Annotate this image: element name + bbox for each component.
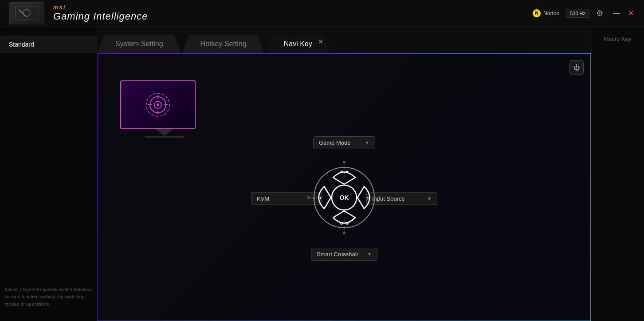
svg-point-17 (307, 196, 310, 199)
power-button[interactable]: ⏻ (569, 60, 584, 75)
svg-text:⌃⌃: ⌃⌃ (339, 219, 349, 226)
sidebar-description: Allows players to quickly switch between… (4, 286, 93, 308)
svg-point-15 (343, 161, 346, 163)
navi-key-label: Navi Key (284, 40, 312, 48)
settings-icon[interactable]: ⚙ (596, 8, 603, 18)
sidebar-standard-label: Standard (9, 41, 34, 48)
main-container: Standard Allows players to quickly switc… (0, 27, 644, 321)
svg-text:«: « (318, 194, 322, 201)
titlebar: msi Gaming Intelligence N Norton 530 Hz … (0, 0, 644, 27)
norton-section: N Norton (533, 9, 559, 17)
navi-key-panel: ⏻ (98, 53, 591, 321)
svg-point-16 (343, 232, 346, 234)
svg-point-18 (378, 196, 381, 199)
norton-icon: N (533, 9, 541, 17)
sidebar: Standard Allows players to quickly switc… (0, 27, 98, 321)
game-mode-dropdown[interactable]: Game Mode ▼ (313, 136, 375, 149)
msi-brand: msi (53, 4, 148, 11)
smart-crosshair-label: Smart Crosshair (317, 251, 358, 258)
svg-text:OK: OK (340, 194, 349, 201)
svg-rect-0 (16, 6, 38, 20)
dpad-svg: OK ⌃⌃ ⌃⌃ « » (304, 158, 384, 238)
game-mode-label: Game Mode (319, 139, 351, 146)
macro-key-label[interactable]: Macro Key (604, 36, 631, 42)
smart-crosshair-arrow: ▼ (367, 252, 372, 257)
minimize-button[interactable]: — (612, 9, 621, 18)
app-icon (9, 2, 44, 24)
kvm-label: KVM (257, 195, 269, 202)
fps-display: 530 Hz (566, 9, 589, 18)
dpad-area: OK ⌃⌃ ⌃⌃ « » (304, 158, 384, 239)
tab-bar: System Setting Hotkey Setting Navi Key ✕ (98, 27, 591, 53)
svg-line-1 (19, 10, 26, 16)
system-setting-label: System Setting (115, 40, 163, 48)
controller-area: Game Mode ▼ Smart Crosshair ▼ (98, 76, 590, 321)
power-icon: ⏻ (573, 64, 580, 71)
tab-hotkey-setting[interactable]: Hotkey Setting (183, 35, 264, 53)
app-title: Gaming Intelligence (53, 11, 148, 22)
sidebar-item-standard[interactable]: Standard (0, 36, 97, 53)
tab-navi-key[interactable]: Navi Key ✕ (266, 35, 330, 53)
content-area: System Setting Hotkey Setting Navi Key ✕… (98, 27, 591, 321)
svg-text:»: » (367, 194, 370, 201)
hotkey-setting-label: Hotkey Setting (200, 40, 247, 48)
svg-point-2 (23, 9, 30, 16)
navi-layout: Game Mode ▼ Smart Crosshair ▼ (251, 136, 437, 261)
smart-crosshair-dropdown[interactable]: Smart Crosshair ▼ (311, 248, 377, 261)
window-controls: — ✕ (612, 9, 635, 18)
tab-close-icon[interactable]: ✕ (318, 38, 323, 45)
top-dropdown-container: Game Mode ▼ (313, 136, 375, 149)
svg-text:⌃⌃: ⌃⌃ (339, 170, 349, 177)
game-mode-arrow: ▼ (365, 140, 369, 145)
app-logo: msi Gaming Intelligence (53, 4, 148, 22)
norton-label: Norton (543, 10, 559, 16)
tab-system-setting[interactable]: System Setting (98, 35, 181, 53)
close-button[interactable]: ✕ (626, 9, 635, 18)
input-source-arrow: ▼ (427, 196, 432, 201)
bottom-dropdown-container: Smart Crosshair ▼ (311, 248, 377, 261)
right-sidebar: Macro Key (591, 27, 644, 321)
